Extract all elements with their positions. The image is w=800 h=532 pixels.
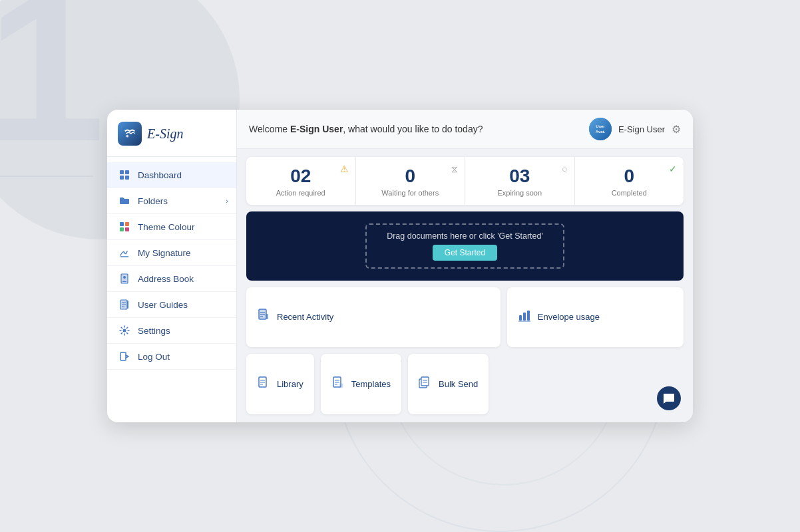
svg-rect-31 (523, 313, 526, 321)
svg-point-12 (123, 276, 126, 279)
svg-rect-18 (127, 301, 128, 309)
grid-icon (118, 168, 131, 182)
bulk-icon (419, 376, 432, 392)
sidebar: E-Sign Dashboard (107, 110, 237, 422)
svg-rect-5 (120, 222, 124, 226)
envelope-usage-tile[interactable]: Envelope usage (507, 287, 684, 348)
templates-tile[interactable]: Templates (321, 354, 401, 414)
sidebar-item-dashboard[interactable]: Dashboard (107, 162, 236, 188)
lib-icon (257, 376, 270, 392)
chart-icon (518, 309, 531, 325)
svg-rect-3 (120, 176, 124, 180)
completed-number: 0 (584, 165, 675, 188)
bottom-tiles-row: Library Templates (246, 354, 684, 414)
svg-text:Avat.: Avat. (596, 130, 606, 134)
welcome-message: Welcome E-Sign User, what would you like… (249, 124, 483, 134)
library-tile[interactable]: Library (246, 354, 314, 414)
drop-zone[interactable]: Drag documents here or click 'Get Starte… (246, 211, 684, 281)
svg-rect-32 (527, 311, 530, 321)
theme-icon (118, 220, 131, 233)
sidebar-item-folders-label: Folders (138, 196, 168, 206)
sidebar-item-address-book-label: Address Book (138, 274, 194, 284)
folders-chevron-icon: › (226, 197, 228, 205)
sidebar-item-dashboard-label: Dashboard (138, 170, 182, 180)
main-content: Welcome E-Sign User, what would you like… (237, 110, 693, 422)
folder-icon (118, 194, 131, 207)
main-card: E-Sign Dashboard (107, 110, 693, 422)
stat-completed[interactable]: ✓ 0 Completed (575, 157, 684, 205)
settings-gear-icon[interactable]: ⚙ (672, 123, 681, 136)
sidebar-item-theme-colour-label: Theme Colour (138, 222, 195, 232)
svg-rect-29 (266, 314, 268, 319)
svg-point-19 (123, 329, 126, 332)
sidebar-item-user-guides-label: User Guides (138, 300, 188, 310)
sidebar-item-log-out[interactable]: Log Out (107, 344, 236, 370)
sidebar-item-user-guides[interactable]: User Guides (107, 292, 236, 318)
settings-icon (118, 324, 131, 337)
signature-icon (118, 246, 131, 259)
stats-row: ⚠ 02 Action required ⧖ 0 Waiting for oth… (246, 157, 684, 205)
logo-area: E-Sign (107, 110, 236, 157)
action-required-label: Action required (256, 189, 346, 197)
sidebar-item-my-signature[interactable]: My Signature (107, 240, 236, 266)
get-started-button[interactable]: Get Started (433, 245, 497, 261)
completed-label: Completed (584, 189, 675, 197)
svg-rect-2 (125, 170, 129, 174)
svg-rect-7 (120, 227, 124, 231)
svg-rect-4 (125, 176, 129, 180)
recent-activity-tile[interactable]: Recent Activity (246, 287, 500, 348)
bulk-send-tile[interactable]: Bulk Send (408, 354, 489, 414)
user-name-label: E-Sign User (618, 124, 665, 134)
sidebar-nav: Dashboard Folders › (107, 162, 236, 414)
stat-waiting-others[interactable]: ⧖ 0 Waiting for others (356, 157, 466, 205)
sidebar-item-log-out-label: Log Out (138, 352, 170, 362)
hourglass-icon: ⧖ (451, 164, 458, 175)
top-tiles-row: Recent Activity Envelope usage (246, 287, 684, 348)
bulk-send-label: Bulk Send (439, 379, 478, 389)
stat-action-required[interactable]: ⚠ 02 Action required (246, 157, 356, 205)
bg-line (0, 176, 93, 177)
sidebar-item-settings[interactable]: Settings (107, 318, 236, 344)
drop-text: Drag documents here or click 'Get Starte… (387, 231, 543, 241)
avatar: User Avat. (589, 118, 612, 140)
warning-icon: ⚠ (340, 164, 349, 174)
library-label: Library (277, 379, 303, 389)
svg-rect-1 (120, 170, 124, 174)
envelope-usage-label: Envelope usage (538, 312, 600, 322)
drop-inner: Drag documents here or click 'Get Starte… (365, 223, 564, 269)
svg-rect-42 (339, 384, 343, 388)
tmpl-icon (331, 376, 345, 392)
waiting-others-label: Waiting for others (365, 189, 456, 197)
svg-rect-6 (125, 222, 129, 226)
sidebar-item-address-book[interactable]: Address Book (107, 266, 236, 292)
svg-rect-44 (421, 377, 429, 386)
sidebar-item-folders[interactable]: Folders › (107, 188, 236, 214)
content-header: Welcome E-Sign User, what would you like… (237, 110, 693, 149)
addressbook-icon (118, 272, 131, 285)
waiting-others-number: 0 (365, 165, 456, 188)
svg-rect-8 (125, 227, 129, 231)
svg-point-0 (126, 135, 129, 138)
sidebar-item-my-signature-label: My Signature (138, 248, 191, 258)
expiring-soon-number: 03 (475, 165, 565, 188)
recent-activity-label: Recent Activity (277, 312, 333, 322)
sidebar-item-theme-colour[interactable]: Theme Colour (107, 214, 236, 240)
clock-icon: ○ (562, 164, 567, 174)
logo-text: E-Sign (147, 126, 183, 142)
guides-icon (118, 298, 131, 311)
header-right: User Avat. E-Sign User ⚙ (589, 118, 681, 140)
stat-expiring-soon[interactable]: ○ 03 Expiring soon (465, 157, 575, 205)
svg-rect-30 (519, 315, 522, 321)
chat-button[interactable] (657, 386, 681, 410)
checkmark-icon: ✓ (669, 164, 677, 174)
bg-number: 1 (0, 0, 105, 173)
svg-rect-20 (120, 352, 126, 360)
svg-text:User: User (596, 124, 605, 128)
action-required-number: 02 (256, 165, 346, 188)
doc-icon (257, 309, 270, 325)
logo-icon (118, 122, 142, 146)
expiring-soon-label: Expiring soon (475, 189, 565, 197)
templates-label: Templates (351, 379, 391, 389)
logout-icon (118, 350, 131, 363)
sidebar-item-settings-label: Settings (138, 326, 170, 336)
